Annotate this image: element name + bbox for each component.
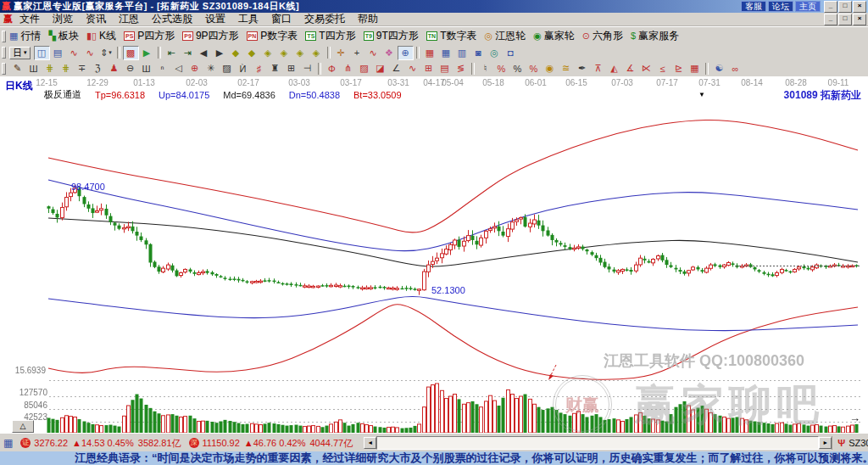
view-tool-icon[interactable]: ◘ <box>503 46 519 60</box>
toolbar-button[interactable]: TS T四方形 <box>305 29 355 43</box>
child-window-control-button[interactable]: _ <box>824 14 837 25</box>
view-tool-icon[interactable]: ▦ <box>422 46 438 60</box>
draw-tool-icon[interactable]: ⁿ <box>154 61 170 76</box>
view-tool-icon[interactable]: + <box>349 46 365 60</box>
draw-tool-icon[interactable]: ∿ <box>404 61 420 76</box>
draw-tool-icon[interactable]: Ш <box>25 61 42 76</box>
draw-tool-icon[interactable]: ☯ <box>711 61 727 76</box>
view-tool-icon[interactable]: ◀ <box>196 46 212 60</box>
toolbar-button[interactable]: T9 9T四方形 <box>364 29 419 43</box>
menu-item[interactable]: 浏览 <box>53 12 73 26</box>
draw-tool-icon[interactable]: ▨ <box>219 61 235 76</box>
toolbar-button[interactable]: ◎ 江恩轮 <box>485 29 526 43</box>
toolbar-button[interactable]: ◉ 赢家轮 <box>533 29 575 43</box>
draw-tool-icon[interactable]: ▨ <box>356 61 372 76</box>
window-control-button[interactable]: × <box>853 1 866 13</box>
toolbar-grip[interactable] <box>2 47 6 59</box>
view-tool-icon[interactable]: ◈ <box>309 46 325 60</box>
draw-tool-icon[interactable]: ⊕ <box>186 61 203 76</box>
draw-tool-icon[interactable]: ∡ <box>622 61 638 76</box>
menu-item[interactable]: 设置 <box>205 12 225 26</box>
toolbar-button[interactable]: PS P四方形 <box>124 29 175 43</box>
menu-item[interactable]: 交易委托 <box>304 12 345 26</box>
menu-item[interactable]: 工具 <box>238 12 259 26</box>
toolbar-button[interactable]: P9 9P四方形 <box>182 29 238 43</box>
draw-tool-icon[interactable]: ♟ <box>106 61 122 76</box>
draw-tool-icon[interactable]: ∓ <box>74 61 90 76</box>
szse-index-value[interactable]: 11150.92 <box>203 438 240 448</box>
scroll-left-button[interactable]: ◄ <box>364 437 376 449</box>
view-tool-icon[interactable]: ∿ <box>365 46 381 60</box>
draw-tool-icon[interactable]: ◉ <box>542 61 558 76</box>
toolbar-button[interactable]: $ 赢家服务 <box>631 29 679 43</box>
child-window-control-button[interactable]: □ <box>838 14 852 25</box>
draw-tool-icon[interactable]: Ш <box>138 61 154 76</box>
view-tool-icon[interactable]: ◈ <box>292 46 309 60</box>
quick-link-button[interactable]: 主页 <box>795 1 821 12</box>
draw-tool-icon[interactable]: Ѝ <box>235 61 251 76</box>
calendar-grid-icon[interactable]: ▦ <box>3 437 13 449</box>
toolbar-button[interactable]: TN T数字表 <box>426 29 477 43</box>
view-tool-icon[interactable]: ◆ <box>228 46 244 60</box>
view-tool-icon[interactable]: ∿ <box>82 46 98 60</box>
view-tool-icon[interactable]: ◎ <box>487 46 503 60</box>
menu-item[interactable]: 帮助 <box>358 12 378 26</box>
draw-tool-icon[interactable]: ✒ <box>574 61 590 76</box>
menu-item[interactable]: 文件 <box>19 12 40 26</box>
draw-tool-icon[interactable]: ♜ <box>267 61 283 76</box>
draw-tool-icon[interactable]: ⊖ <box>122 61 138 76</box>
window-control-button[interactable]: □ <box>838 1 852 13</box>
view-tool-icon[interactable]: ▶ <box>212 46 228 60</box>
draw-tool-icon[interactable]: ≤ <box>654 61 670 76</box>
draw-tool-icon[interactable]: ▦ <box>687 61 703 76</box>
scrollbar-track[interactable] <box>376 436 819 450</box>
draw-tool-icon[interactable]: ⋔ <box>340 61 356 76</box>
draw-tool-icon[interactable]: ◭ <box>606 61 622 76</box>
view-tool-icon[interactable]: ◙ <box>470 46 487 60</box>
child-window-control-button[interactable]: × <box>853 14 866 25</box>
menu-item[interactable]: 窗口 <box>271 12 292 26</box>
draw-tool-icon[interactable]: ⊼ <box>590 61 606 76</box>
view-tool-icon[interactable]: ▦ <box>438 46 454 60</box>
view-tool-icon[interactable]: ▩ <box>123 46 139 60</box>
draw-tool-icon[interactable]: ⋉ <box>638 61 654 76</box>
period-dropdown[interactable]: 日 ▾ <box>9 47 31 59</box>
view-tool-icon[interactable]: ◈ <box>276 46 292 60</box>
view-tool-icon[interactable]: ◆ <box>244 46 260 60</box>
draw-tool-icon[interactable]: ▤ <box>437 61 453 76</box>
view-tool-icon[interactable]: ❖ <box>381 46 398 60</box>
draw-tool-icon[interactable]: ⋕ <box>58 61 74 76</box>
toolbar-button[interactable]: PN P数字表 <box>247 29 298 43</box>
pane-toggle-button[interactable]: △ <box>12 420 34 433</box>
draw-tool-icon[interactable]: ◁ <box>170 61 186 76</box>
view-tool-icon[interactable]: ▤ <box>50 46 66 60</box>
toolbar-grip[interactable] <box>2 31 6 42</box>
draw-tool-icon[interactable]: ∞ <box>727 61 743 76</box>
view-tool-icon[interactable]: ◈ <box>260 46 276 60</box>
toolbar-grip[interactable] <box>2 63 6 75</box>
window-control-button[interactable]: _ <box>824 1 837 13</box>
draw-tool-icon[interactable]: ℨ <box>90 61 106 76</box>
draw-tool-icon[interactable]: ≊ <box>558 61 574 76</box>
draw-tool-icon[interactable]: ◪ <box>372 61 388 76</box>
view-tool-icon[interactable]: ⇥ <box>180 46 196 60</box>
draw-tool-icon[interactable]: ♮ <box>477 61 493 76</box>
draw-tool-icon[interactable]: ⊞ <box>283 61 299 76</box>
view-tool-icon[interactable]: ⇤ <box>164 46 180 60</box>
menu-item[interactable]: 江恩 <box>119 12 139 26</box>
view-tool-icon[interactable]: ◫ <box>34 46 50 60</box>
draw-tool-icon[interactable]: ⊞ <box>420 61 437 76</box>
scroll-right-button[interactable]: ► <box>819 437 832 449</box>
scroll-right-arrow-icon[interactable]: → <box>849 412 860 424</box>
menu-item[interactable]: 资讯 <box>86 12 106 26</box>
draw-tool-icon[interactable]: % <box>509 61 526 76</box>
view-tool-icon[interactable]: ⊕ <box>398 46 414 60</box>
draw-tool-icon[interactable]: ∠ <box>388 61 404 76</box>
view-tool-icon[interactable]: ▶ <box>139 46 155 60</box>
view-tool-icon[interactable]: ⇕ <box>98 46 114 60</box>
draw-tool-icon[interactable]: ⋕ <box>42 61 58 76</box>
draw-tool-icon[interactable]: ♯ <box>251 61 267 76</box>
draw-tool-icon[interactable]: % <box>526 61 542 76</box>
toolbar-button[interactable]: ▚ 板块 <box>48 29 78 43</box>
view-tool-icon[interactable]: ✛ <box>333 46 349 60</box>
